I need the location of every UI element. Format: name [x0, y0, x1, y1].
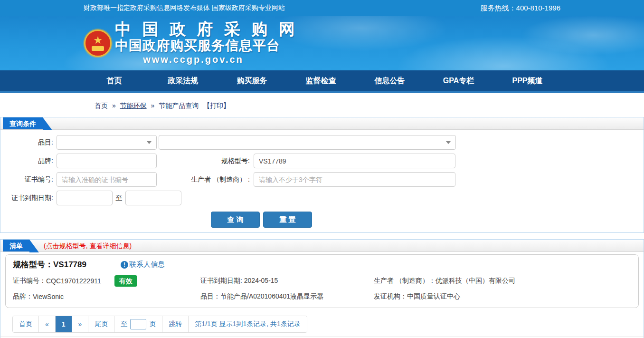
manufacturer-field-label: 生产者 （制造商）：: [374, 277, 436, 284]
breadcrumb-section-link[interactable]: 节能环保: [120, 102, 147, 109]
pagination-next-button[interactable]: »: [72, 316, 89, 332]
pagination-jump-button[interactable]: 跳转: [162, 316, 189, 332]
date-range-to-label: 至: [113, 194, 125, 203]
category-select-primary[interactable]: [57, 135, 157, 150]
emblem-icon: ★: [84, 29, 112, 57]
form-row-expiry-date: 证书到期日期: 至: [0, 191, 644, 205]
pagination-summary: 第1/1页 显示1到1条记录, 共1条记录: [189, 316, 307, 332]
footer-divider: [0, 337, 644, 337]
breadcrumb-current: 节能产品查询: [159, 102, 199, 109]
manufacturer-input[interactable]: [254, 172, 455, 187]
service-hotline: 服务热线：400-810-1996: [481, 4, 560, 13]
record-model-label: 规格型号：: [13, 260, 53, 269]
goto-prefix-label: 至: [121, 320, 127, 328]
pagination: 首页 « 1 » 尾页 至 页 跳转 第1/1页 显示1到1条记录, 共1条记录: [12, 316, 307, 333]
query-form: 品目: 品牌: 规格型号: 证书编号: 生产者 （制造商） : 证书到期日期: …: [0, 130, 644, 232]
contact-info-label: 联系人信息: [129, 260, 165, 269]
main-nav: 首页 政采法规 购买服务 监督检查 信息公告 GPA专栏 PPP频道: [0, 70, 644, 93]
category-value: 节能产品/A0201060401液晶显示器: [220, 292, 323, 300]
pagination-goto-cell: 至 页: [114, 316, 162, 332]
nav-item-regulations[interactable]: 政采法规: [149, 76, 218, 86]
form-row-brand-model: 品牌: 规格型号:: [0, 154, 644, 168]
category-label: 品目:: [0, 138, 57, 147]
list-panel-header: 清单 (点击规格型号, 查看详细信息): [0, 239, 644, 252]
record-expiry-date: 证书到期日期: 2024-05-15: [200, 277, 374, 285]
cert-number-input[interactable]: [57, 172, 157, 187]
record-model[interactable]: 规格型号：VS17789: [13, 259, 86, 270]
site-banner: ★ 中 国 政 府 采 购 网 中国政府购买服务信息平台 www.ccgp.go…: [0, 16, 644, 70]
chevron-down-icon: [446, 141, 451, 144]
expiry-value: 2024-05-15: [244, 277, 278, 284]
pagination-prev-button[interactable]: «: [39, 316, 56, 332]
brand-value: ViewSonic: [33, 293, 64, 300]
national-emblem-logo: ★: [84, 21, 112, 66]
record-brand: 品牌：ViewSonic: [13, 292, 200, 301]
manufacturer-value: 优派科技（中国）有限公司: [436, 277, 515, 284]
nav-item-ppp[interactable]: PPP频道: [493, 76, 562, 86]
breadcrumb-home-link[interactable]: 首页: [95, 102, 108, 109]
pagination-first-button[interactable]: 首页: [13, 316, 39, 332]
goto-page-input[interactable]: [130, 319, 146, 329]
result-list: 规格型号：VS17789 ! 联系人信息 证书编号：CQC19701222911…: [0, 252, 644, 338]
contact-info-link[interactable]: ! 联系人信息: [121, 260, 165, 269]
cert-number-label: 证书编号:: [0, 175, 57, 184]
list-panel-note: (点击规格型号, 查看详细信息): [44, 240, 132, 251]
query-panel-header: 查询条件: [0, 117, 644, 130]
cert-number-field-label: 证书编号：: [13, 277, 46, 285]
reset-button[interactable]: 重 置: [263, 212, 312, 228]
issuer-field-label: 发证机构：: [374, 292, 407, 300]
gate-icon: [92, 46, 104, 51]
info-icon: !: [121, 261, 128, 269]
manufacturer-label: 生产者 （制造商） :: [157, 175, 254, 184]
breadcrumb: 首页 » 节能环保 » 节能产品查询 【打印】: [0, 93, 644, 117]
site-subtitle: 中国政府购买服务信息平台: [115, 38, 298, 53]
nav-item-gpa[interactable]: GPA专栏: [424, 76, 493, 86]
breadcrumb-separator: »: [112, 102, 116, 109]
star-icon: ★: [93, 36, 103, 45]
brand-input[interactable]: [57, 154, 157, 168]
pagination-last-button[interactable]: 尾页: [88, 316, 114, 332]
site-slogan: 财政部唯一指定政府采购信息网络发布媒体 国家级政府采购专业网站: [84, 4, 285, 12]
record-category: 品目：节能产品/A0201060401液晶显示器: [200, 292, 374, 301]
issuer-value: 中国质量认证中心: [407, 292, 460, 300]
site-title: 中 国 政 府 采 购 网: [115, 20, 298, 38]
model-input[interactable]: [254, 154, 455, 168]
nav-item-supervision[interactable]: 监督检查: [286, 76, 355, 86]
nav-item-announcements[interactable]: 信息公告: [355, 76, 424, 86]
hotline-number: 400-810-1996: [516, 4, 560, 12]
status-badge: 有效: [114, 275, 137, 287]
goto-suffix-label: 页: [149, 320, 156, 328]
form-row-category: 品目:: [0, 135, 644, 150]
form-buttons: 查 询 重 置: [211, 212, 644, 228]
hotline-label: 服务热线：: [481, 4, 516, 12]
expiry-date-to-input[interactable]: [125, 191, 181, 205]
print-link[interactable]: 【打印】: [203, 102, 230, 109]
top-bar: 财政部唯一指定政府采购信息网络发布媒体 国家级政府采购专业网站 服务热线：400…: [0, 0, 644, 16]
record-row-1: 证书编号：CQC19701222911 有效 证书到期日期: 2024-05-1…: [13, 275, 631, 287]
pagination-page-1[interactable]: 1: [56, 316, 72, 332]
chevron-down-icon: [147, 141, 152, 144]
query-panel-tab: 查询条件: [3, 117, 43, 129]
record-card: 规格型号：VS17789 ! 联系人信息 证书编号：CQC19701222911…: [5, 254, 639, 308]
expiry-field-label: 证书到期日期:: [200, 277, 244, 284]
record-row-2: 品牌：ViewSonic 品目：节能产品/A0201060401液晶显示器 发证…: [13, 292, 631, 301]
expiry-date-from-input[interactable]: [57, 191, 113, 205]
brand-field-label: 品牌：: [13, 292, 33, 301]
brand-label: 品牌:: [0, 157, 57, 165]
site-url: www.ccgp.gov.cn: [115, 53, 272, 66]
nav-item-purchase-services[interactable]: 购买服务: [218, 76, 286, 86]
query-conditions-panel: 查询条件 品目: 品牌: 规格型号: 证书编号: 生产者 （制造商） : 证书到…: [0, 117, 644, 233]
banner-text: 中 国 政 府 采 购 网 中国政府购买服务信息平台 www.ccgp.gov.…: [115, 20, 298, 66]
category-field-label: 品目：: [200, 292, 220, 300]
record-issuer: 发证机构：中国质量认证中心: [374, 292, 631, 301]
cert-expiry-label: 证书到期日期:: [0, 194, 57, 203]
breadcrumb-separator: »: [151, 102, 154, 109]
result-list-panel: 清单 (点击规格型号, 查看详细信息) 规格型号：VS17789 ! 联系人信息…: [0, 239, 644, 338]
record-title-row: 规格型号：VS17789 ! 联系人信息: [13, 259, 631, 270]
search-button[interactable]: 查 询: [211, 212, 260, 228]
nav-item-home[interactable]: 首页: [80, 76, 149, 86]
record-cert-number: 证书编号：CQC19701222911 有效: [13, 275, 200, 287]
category-select-secondary[interactable]: [159, 135, 456, 150]
record-manufacturer: 生产者 （制造商）：优派科技（中国）有限公司: [374, 277, 631, 285]
record-model-value: VS17789: [53, 260, 86, 269]
